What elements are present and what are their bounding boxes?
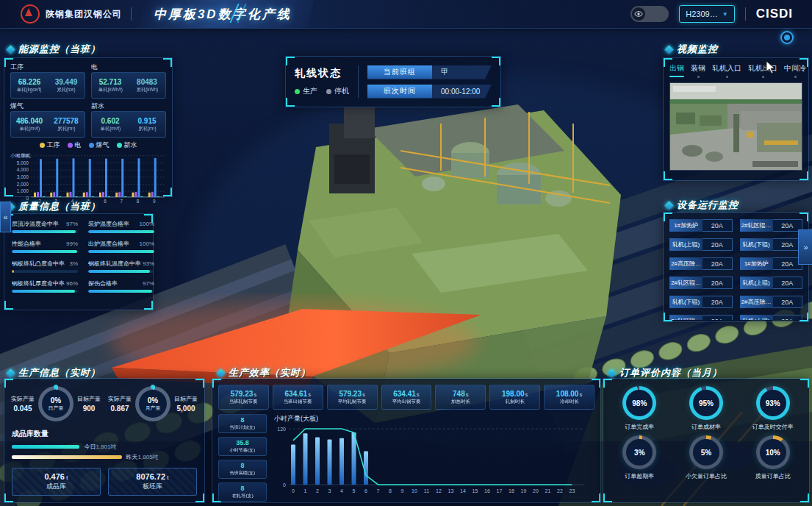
equipment-item[interactable]: 轧机(上辊)20A: [740, 315, 803, 320]
equipment-item[interactable]: 2#轧区辊…20A: [740, 219, 803, 232]
progress-track: [12, 230, 78, 233]
bar: [154, 158, 157, 197]
energy-unit-consumption: 52.713单耗(kWh/t): [92, 73, 129, 98]
order-kpi-label: 订单超期率: [625, 472, 654, 480]
energy-panel-header: 能源监控（当班）: [7, 43, 101, 56]
progress-fill: [12, 270, 14, 273]
x-tick-label: 19: [521, 488, 527, 493]
left-collapse-tab[interactable]: «: [0, 202, 11, 232]
equipment-item[interactable]: 2#轧区辊…20A: [669, 315, 733, 320]
video-panel: 出钢装钢轧机入口轧机出口中间冷电加热: [663, 57, 809, 181]
cisdi-logo: CISDI: [756, 7, 793, 21]
efficiency-card: 198.00s轧制时长: [489, 385, 540, 410]
shift-badge-value: 甲: [432, 65, 492, 79]
legend-dot-icon: [117, 143, 122, 148]
production-panel-title: 生产信息（实时）: [18, 366, 101, 380]
quality-metric-row: 出炉温度合格率100%: [88, 240, 154, 248]
energy-metric-card: 0.602单耗(m³/t)0.915累耗(m³): [91, 111, 166, 138]
x-tick-label: 7: [120, 199, 123, 204]
inventory-title: 成品库数量: [4, 423, 204, 441]
bar: [99, 193, 101, 197]
quality-metric-label: 层流冷温度命中率: [12, 220, 59, 228]
equipment-item[interactable]: 1#加热炉20A: [669, 219, 733, 232]
camera-feed[interactable]: [669, 82, 802, 171]
bar: [118, 192, 121, 197]
camera-tab-出钢[interactable]: 出钢: [669, 63, 684, 78]
equipment-item[interactable]: 轧机(下辊)20A: [669, 296, 733, 308]
target-output: 目标产量900: [77, 395, 101, 413]
order-kpi: 93%订单及时交付率: [741, 386, 805, 431]
diamond-icon: [664, 201, 674, 210]
quality-metric-row: 探伤合格率97%: [88, 279, 154, 288]
efficiency-card-unit: s: [466, 392, 469, 397]
efficiency-card: 108.00s冷却时长: [544, 385, 594, 410]
quality-metric-label: 钢板终轧厚度命中率: [12, 279, 65, 288]
equipment-panel-title: 设备运行监控: [677, 199, 739, 212]
quality-metric-label: 出炉温度合格率: [88, 240, 129, 248]
equipment-item[interactable]: 轧机(上辊)20A: [669, 238, 733, 251]
actual-output: 实际产量0.045: [11, 395, 35, 413]
efficiency-card: 579.23s当班轧制节奏: [218, 385, 269, 410]
visibility-toggle[interactable]: [630, 6, 669, 22]
target-output-value: 900: [83, 405, 96, 413]
energy-hourly-chart: 小时单耗6,0005,0004,0003,0002,0001,000023456…: [4, 150, 172, 207]
progress-fill: [88, 250, 154, 253]
equipment-item[interactable]: 2#高压除…20A: [669, 257, 733, 270]
inventory-card-label: 板坯库: [143, 482, 162, 491]
quality-metric: 层流冷温度命中率97%: [12, 220, 78, 233]
camera-tab-装钢[interactable]: 装钢: [691, 63, 705, 78]
bar: [76, 196, 78, 197]
camera-tab-中间冷[interactable]: 中间冷: [784, 63, 806, 78]
equipment-item[interactable]: 轧机(下辊)20A: [740, 238, 803, 251]
actual-output: 实际产量0.867: [108, 395, 132, 413]
actual-output-value: 0.867: [110, 405, 129, 413]
progress-track: [12, 290, 78, 293]
panel-collapse-button[interactable]: [780, 31, 794, 44]
side-card-value: 8: [240, 485, 244, 492]
quality-metric-label: 性能合格率: [12, 240, 41, 248]
energy-label: 累耗(m³): [138, 125, 156, 132]
equipment-item[interactable]: 2#高压除…20A: [740, 296, 803, 308]
shift-badge-value: 00:00-12:00: [432, 85, 492, 99]
donut-gauge: 95%: [689, 386, 723, 420]
inventory-card: 0.476t成品库: [12, 468, 101, 496]
energy-legend-item: 新水: [117, 140, 137, 150]
x-tick-label: 1: [304, 488, 307, 493]
bar: [86, 192, 88, 197]
right-expand-tab[interactable]: »: [798, 229, 812, 265]
status-legend-item: 生产: [295, 86, 317, 96]
production-donut-row: 实际产量0.0450%日产量目标产量900实际产量0.8670%月产量目标产量5…: [4, 379, 204, 423]
donut-percent: 3%: [634, 449, 644, 457]
efficiency-card-label: 平均出钢节奏: [392, 398, 421, 405]
equipment-value: 20A: [703, 219, 732, 232]
x-tick-label: 21: [545, 488, 551, 493]
quality-panel-title: 质量信息（当班）: [18, 200, 101, 213]
x-tick-label: 5: [353, 488, 356, 493]
energy-panel: 工序68.226单耗(kgce/t)39.449累耗(tce)电52.713单耗…: [4, 57, 173, 197]
equipment-item[interactable]: 轧机(上辊)20A: [740, 277, 803, 289]
x-tick-label: 6: [104, 199, 107, 204]
chevron-down-icon: ▼: [722, 11, 728, 18]
inventory-bar-label: 昨天1,805吨: [126, 453, 159, 461]
x-tick-label: 23: [570, 488, 575, 493]
camera-tab-轧机出口[interactable]: 轧机出口: [748, 63, 777, 78]
equipment-item[interactable]: 2#轧区辊…20A: [669, 277, 733, 289]
equipment-value: 20A: [703, 296, 732, 308]
efficiency-side-card: 8当班计划(支): [218, 414, 267, 433]
energy-total-consumption: 80483累耗(kWh): [129, 73, 165, 98]
quality-metric-row: 性能合格率99%: [12, 240, 78, 248]
camera-tab-轧机入口[interactable]: 轧机入口: [712, 63, 741, 78]
trend-line: [293, 429, 572, 485]
device-select-dropdown[interactable]: H2309… ▼: [679, 5, 734, 23]
legend-label: 新水: [124, 140, 137, 150]
equipment-list: 1#加热炉20A2#轧区辊…20A轧机(上辊)20A轧机(下辊)20A2#高压除…: [664, 213, 808, 320]
energy-group-name: 煤气: [10, 101, 85, 111]
quality-metric: 出炉温度合格率100%: [88, 240, 154, 253]
equipment-item[interactable]: 1#加热炉20A: [740, 257, 803, 270]
inventory-cards: 0.476t成品库8076.72t板坯库: [4, 461, 204, 496]
progress-track: [88, 270, 154, 273]
bar: [352, 432, 356, 485]
x-tick-label: 16: [484, 488, 490, 493]
energy-metric-grid: 工序68.226单耗(kgce/t)39.449累耗(tce)电52.713单耗…: [4, 58, 172, 138]
quality-metric-pct: 93%: [143, 260, 154, 267]
